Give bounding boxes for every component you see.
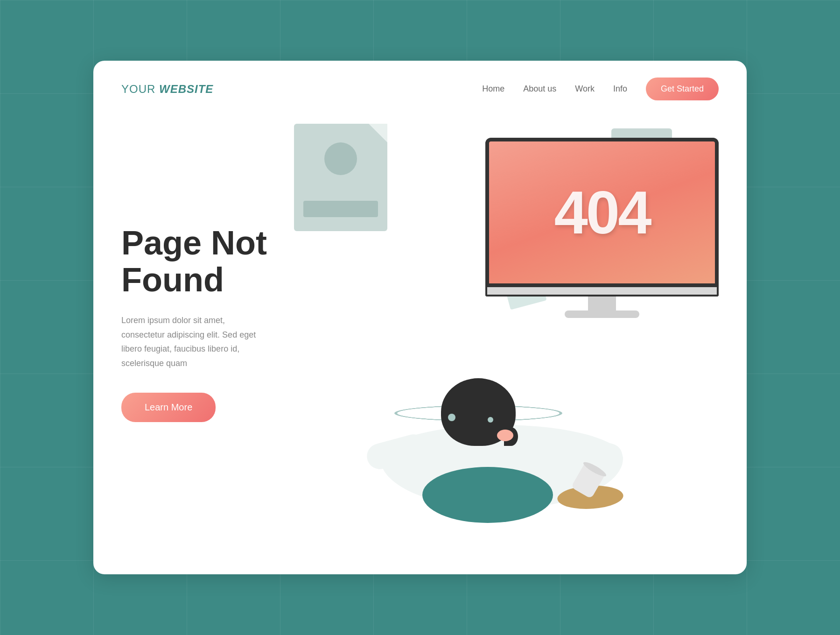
main-card: YOUR WEBSITE Home About us Work Info Get… <box>93 61 747 574</box>
left-section: Page Not Found Lorem ipsum dolor sit ame… <box>121 119 308 556</box>
logo-website: WEBSITE <box>159 83 213 95</box>
get-started-button[interactable]: Get Started <box>646 78 719 100</box>
char-halo-dot1 <box>448 414 455 421</box>
learn-more-button[interactable]: Learn More <box>121 393 216 422</box>
nav-item-work[interactable]: Work <box>575 84 595 94</box>
monitor-screen: 404 <box>485 138 719 287</box>
char-cushion <box>422 467 553 523</box>
char-cheek <box>497 430 513 441</box>
nav-cta[interactable]: Get Started <box>646 78 719 100</box>
nav-item-info[interactable]: Info <box>613 84 627 94</box>
error-code: 404 <box>554 177 650 247</box>
illustration: 404 <box>257 110 747 574</box>
doc-rect <box>303 201 378 217</box>
logo: YOUR WEBSITE <box>121 83 213 96</box>
nav-item-home[interactable]: Home <box>482 84 504 94</box>
monitor-stand <box>565 310 639 318</box>
char-halo-dot2 <box>488 417 493 423</box>
doc-corner <box>369 124 387 142</box>
monitor-base <box>485 287 719 296</box>
nav-item-about[interactable]: About us <box>523 84 556 94</box>
page-description: Lorem ipsum dolor sit amet, consectetur … <box>121 313 271 370</box>
navbar: YOUR WEBSITE Home About us Work Info Get… <box>93 61 747 110</box>
character <box>366 378 637 537</box>
document-illustration <box>294 124 387 231</box>
monitor: 404 <box>485 138 719 318</box>
nav-links: Home About us Work Info Get Started <box>482 78 719 100</box>
page-title: Page Not Found <box>121 225 308 298</box>
monitor-neck <box>588 296 616 310</box>
logo-your: YOUR <box>121 83 155 95</box>
doc-circle <box>324 142 357 175</box>
doc-body <box>294 124 387 231</box>
main-content: Page Not Found Lorem ipsum dolor sit ame… <box>93 110 747 574</box>
